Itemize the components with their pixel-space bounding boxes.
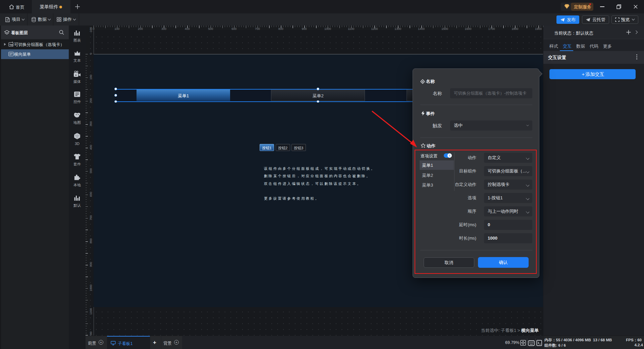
svg-text:Tab: Tab [9, 44, 13, 46]
